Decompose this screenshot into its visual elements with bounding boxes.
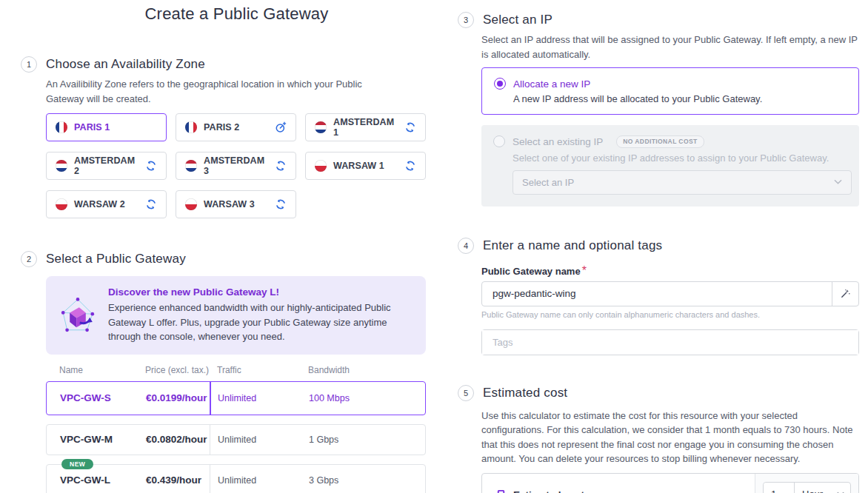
gateway-name-input[interactable] xyxy=(482,282,832,306)
new-badge: NEW xyxy=(61,459,93,470)
name-field-label-row: Public Gateway name* xyxy=(481,264,861,278)
gateway-l-promo-banner: Discover the new Public Gateway L! Exper… xyxy=(46,276,426,355)
gateway-traffic: Unlimited xyxy=(210,393,309,403)
row-divider xyxy=(210,382,211,415)
gateway-name: VPC-GW-M xyxy=(60,434,146,445)
gateway-name: VPC-GW-S xyxy=(60,392,146,403)
gateway-price: €0.439/hour xyxy=(146,474,210,486)
radio-selected-icon[interactable] xyxy=(494,78,506,90)
availability-zone-grid: PARIS 1 PARIS 2 AMSTERDAM 1 AMSTERDAM 2 xyxy=(46,113,427,218)
gateway-price: €0.0802/hour xyxy=(146,434,210,445)
generate-name-button[interactable] xyxy=(832,282,858,306)
name-helper-text: Public Gateway name can only contain alp… xyxy=(481,310,861,319)
tags-input[interactable] xyxy=(482,330,858,355)
zone-label: WARSAW 3 xyxy=(204,199,255,209)
zone-button-amsterdam-1[interactable]: AMSTERDAM 1 xyxy=(305,113,426,141)
radio-unselected-icon xyxy=(493,135,505,147)
allocate-new-ip-label: Allocate a new IP xyxy=(513,78,590,90)
banner-text: Discover the new Public Gateway L! Exper… xyxy=(108,286,414,344)
zone-button-warsaw-2[interactable]: WARSAW 2 xyxy=(46,190,167,218)
gateway-traffic: Unlimited xyxy=(210,475,309,486)
poland-flag-icon xyxy=(315,160,327,172)
zone-button-paris-1[interactable]: PARIS 1 xyxy=(46,113,167,141)
step-ip-description: Select an IP address that will be assign… xyxy=(481,33,858,61)
step-name-header: 4 Enter a name and optional tags xyxy=(458,238,861,254)
zone-label: WARSAW 2 xyxy=(74,199,125,209)
allocate-new-ip-description: A new IP address will be allocated to yo… xyxy=(513,93,847,104)
estimated-cost-box: Estimated cost Hour... xyxy=(481,473,859,493)
quantity-unit-control: Hour... xyxy=(763,482,851,493)
renewable-icon xyxy=(404,160,416,172)
gateway-bandwidth: 3 Gbps xyxy=(309,475,425,486)
netherlands-flag-icon xyxy=(315,121,327,133)
gateway-bandwidth: 1 Gbps xyxy=(309,435,425,445)
column-header-traffic: Traffic xyxy=(209,365,308,375)
left-column: Create a Public Gateway 1 Choose an Avai… xyxy=(15,0,427,493)
column-header-name: Name xyxy=(59,365,145,375)
page-title: Create a Public Gateway xyxy=(46,4,427,24)
gateway-name: VPC-GW-L xyxy=(60,474,146,486)
step-number-3: 3 xyxy=(458,12,474,28)
zone-label: AMSTERDAM 2 xyxy=(74,155,138,176)
gateway-bandwidth: 100 Mbps xyxy=(309,393,425,403)
select-existing-ip-option: Select an existing IP NO ADDITIONAL COST… xyxy=(481,125,859,207)
calculator-icon xyxy=(495,489,507,493)
step-number-2: 2 xyxy=(21,251,37,267)
poland-flag-icon xyxy=(185,198,197,210)
zone-label: PARIS 1 xyxy=(74,122,110,133)
no-additional-cost-badge: NO ADDITIONAL COST xyxy=(616,135,704,148)
gateway-price: €0.0199/hour xyxy=(146,392,210,403)
quantity-input[interactable] xyxy=(764,483,795,493)
gateway-row-vpc-gw-s[interactable]: VPC-GW-S €0.0199/hour Unlimited 100 Mbps xyxy=(46,381,426,415)
netherlands-flag-icon xyxy=(56,160,67,172)
step-gateway-header: 2 Select a Public Gateway xyxy=(21,251,427,267)
step-gateway-title: Select a Public Gateway xyxy=(46,252,186,266)
existing-ip-select-placeholder: Select an IP xyxy=(522,177,574,188)
zone-label: PARIS 2 xyxy=(204,122,239,133)
zone-button-amsterdam-2[interactable]: AMSTERDAM 2 xyxy=(46,152,167,180)
zone-label: AMSTERDAM 3 xyxy=(204,155,268,176)
column-header-price: Price (excl. tax.) xyxy=(145,365,209,375)
zone-label: AMSTERDAM 1 xyxy=(333,117,398,138)
unit-select[interactable]: Hour... xyxy=(795,483,850,493)
step-cost-title: Estimated cost xyxy=(483,386,567,400)
zone-button-paris-2[interactable]: PARIS 2 xyxy=(176,113,296,141)
zone-button-amsterdam-3[interactable]: AMSTERDAM 3 xyxy=(176,152,296,180)
france-flag-icon xyxy=(185,121,197,133)
step-zone-title: Choose an Availability Zone xyxy=(46,57,205,72)
wand-icon xyxy=(840,288,851,299)
gateway-table: VPC-GW-S €0.0199/hour Unlimited 100 Mbps… xyxy=(46,381,426,493)
step-zone-description: An Availibility Zone refers to the geogr… xyxy=(46,77,388,106)
step-zone-header: 1 Choose an Availability Zone xyxy=(21,56,427,73)
gateway-row-vpc-gw-m[interactable]: VPC-GW-M €0.0802/hour Unlimited 1 Gbps xyxy=(46,424,426,455)
select-existing-ip-label: Select an existing IP xyxy=(513,136,603,147)
select-existing-ip-description: Select one of your existing IP addresses… xyxy=(513,152,847,164)
step-ip-header: 3 Select an IP xyxy=(458,12,861,28)
renewable-icon xyxy=(145,160,157,172)
gateway-table-header: Name Price (excl. tax.) Traffic Bandwidt… xyxy=(46,365,426,375)
step-cost-description: Use this calculator to estimate the cost… xyxy=(481,409,861,466)
poland-flag-icon xyxy=(56,198,67,210)
renewable-icon xyxy=(404,121,416,133)
step-number-4: 4 xyxy=(458,238,474,254)
existing-ip-select: Select an IP xyxy=(513,170,852,195)
france-flag-icon xyxy=(56,121,67,133)
netherlands-flag-icon xyxy=(185,160,197,172)
zone-button-warsaw-1[interactable]: WARSAW 1 xyxy=(305,152,426,180)
cost-controls: Hour... xyxy=(755,474,858,493)
gateway-traffic: Unlimited xyxy=(210,435,309,445)
step-number-5: 5 xyxy=(458,385,474,401)
name-field-label: Public Gateway name xyxy=(481,266,581,277)
required-asterisk: * xyxy=(582,264,587,277)
column-header-bandwidth: Bandwidth xyxy=(308,365,426,375)
step-number-1: 1 xyxy=(21,56,37,73)
right-column: 3 Select an IP Select an IP address that… xyxy=(458,0,861,493)
allocate-new-ip-option[interactable]: Allocate a new IP A new IP address will … xyxy=(481,67,859,115)
gauge-plus-icon xyxy=(275,121,287,133)
gateway-row-vpc-gw-l[interactable]: NEW VPC-GW-L €0.439/hour Unlimited 3 Gbp… xyxy=(46,464,426,493)
zone-button-warsaw-3[interactable]: WARSAW 3 xyxy=(176,190,296,218)
step-cost-header: 5 Estimated cost xyxy=(458,385,861,401)
renewable-icon xyxy=(275,198,287,210)
zone-label: WARSAW 1 xyxy=(333,161,384,171)
banner-title: Discover the new Public Gateway L! xyxy=(108,286,414,298)
